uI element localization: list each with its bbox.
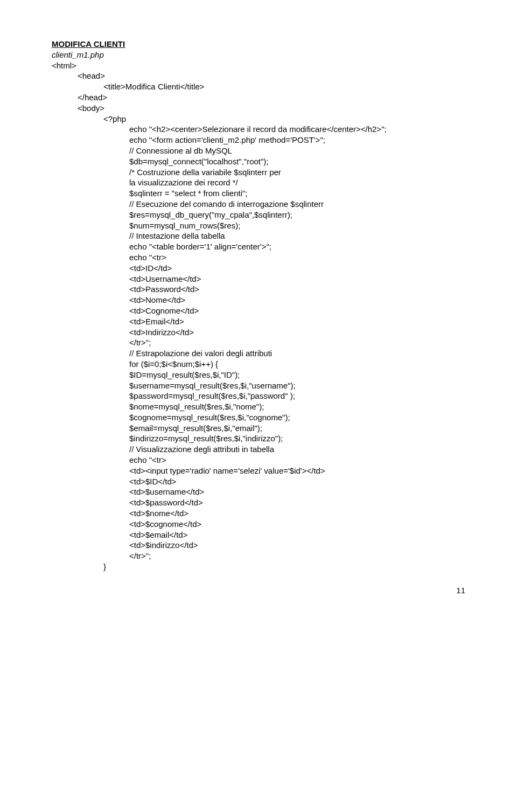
code-line: echo "<table border='1' align='center'>"… — [52, 241, 465, 252]
code-line: <td>Indirizzo</td> — [52, 327, 465, 338]
code-line: <td>ID</td> — [52, 263, 465, 274]
code-line: $ID=mysql_result($res,$i,"ID"); — [52, 370, 465, 380]
code-line: $sqlinterr = "select * from clienti"; — [52, 188, 465, 199]
document-title: MODIFICA CLIENTI — [52, 39, 465, 50]
code-line: /* Costruzione della variabile $sqlinter… — [52, 167, 465, 178]
code-line: <body> — [52, 103, 465, 114]
code-line: echo "<h2><center>Selezionare il record … — [52, 124, 465, 135]
code-line: </tr>"; — [52, 337, 465, 348]
code-listing: <html><head><title>Modifica Clienti</tit… — [52, 60, 465, 572]
code-line: echo "<tr> — [52, 455, 465, 466]
code-line: $indirizzo=mysql_result($res,$i,"indiriz… — [52, 433, 465, 444]
code-line: <td><input type='radio' name='selezi' va… — [52, 466, 465, 476]
code-line: la visualizzazione dei record */ — [52, 177, 465, 188]
code-line: $email=mysql_result($res,$i,"email"); — [52, 423, 465, 434]
code-line: <head> — [52, 71, 465, 81]
code-line: for ($i=0;$i<$num;$i++) { — [52, 359, 465, 370]
page-number: 11 — [52, 585, 465, 596]
code-line: $password=mysql_result($res,$i,"password… — [52, 391, 465, 401]
code-line: </head> — [52, 92, 465, 103]
code-line: $num=mysql_num_rows($res); — [52, 220, 465, 231]
code-line: <td>$cognome</td> — [52, 519, 465, 530]
code-line: <html> — [52, 60, 465, 71]
code-line: <td>$password</td> — [52, 497, 465, 508]
code-line: <td>Email</td> — [52, 316, 465, 327]
code-line: <td>$nome</td> — [52, 508, 465, 519]
code-line: <td>Cognome</td> — [52, 306, 465, 316]
code-line: $username=mysql_result($res,$i,"username… — [52, 380, 465, 391]
code-line: <td>Password</td> — [52, 284, 465, 295]
code-line: // Esecuzione del comando di interrogazi… — [52, 199, 465, 210]
code-line: $cognome=mysql_result($res,$i,"cognome")… — [52, 412, 465, 423]
code-line: <td>$ID</td> — [52, 476, 465, 487]
code-line: echo "<tr> — [52, 252, 465, 263]
code-line: </tr>"; — [52, 551, 465, 561]
code-line: <td>$indirizzo</td> — [52, 540, 465, 551]
code-line: <td>$email</td> — [52, 530, 465, 540]
code-line: // Visualizzazione degli attributi in ta… — [52, 444, 465, 455]
code-line: echo "<form action='clienti_m2.php' meth… — [52, 135, 465, 145]
code-line: $res=mysql_db_query("my_cpala",$sqlinter… — [52, 210, 465, 220]
code-line: $db=mysql_connect("localhost","root"); — [52, 156, 465, 167]
filename: clienti_m1.php — [52, 50, 465, 60]
code-line: } — [52, 561, 465, 572]
code-line: // Estrapolazione dei valori degli attri… — [52, 348, 465, 359]
code-line: <td>Nome</td> — [52, 295, 465, 306]
code-line: // Intestazione della tabella — [52, 231, 465, 241]
code-line: <td>$username</td> — [52, 487, 465, 497]
code-line: // Connessione al db MySQL — [52, 145, 465, 156]
code-line: $nome=mysql_result($res,$i,"nome"); — [52, 401, 465, 412]
code-line: <title>Modifica Clienti</title> — [52, 81, 465, 92]
code-line: <?php — [52, 114, 465, 124]
code-line: <td>Username</td> — [52, 274, 465, 284]
